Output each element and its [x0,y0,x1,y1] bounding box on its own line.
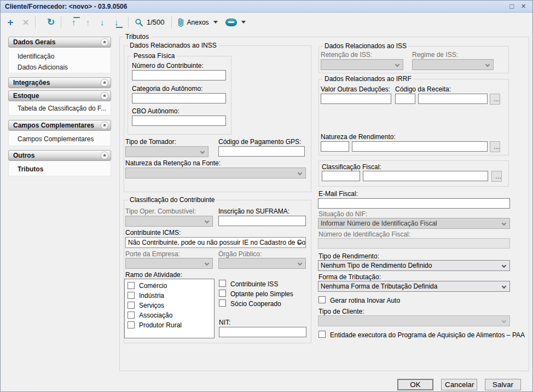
orgao-publico-select [218,258,306,269]
sidebar-section-outros[interactable]: Outros « [8,150,111,161]
checkbox-socio-cooperado[interactable] [219,299,226,307]
retencao-iss-select [321,59,403,70]
selected-value: Nenhum Tipo de Rendimento Definido [321,262,432,269]
tipo-oper-combustivel-select [125,216,213,227]
add-record-icon[interactable]: + [5,16,16,28]
classificacao-fiscal-lookup-button[interactable]: ... [491,171,502,182]
option-label: Indústria [139,292,164,299]
natureza-rendimento-label: Natureza de Rendimento: [321,134,396,141]
sidebar-item-tributos[interactable]: Tributos [9,164,111,175]
bar [73,17,80,18]
collapse-icon[interactable]: « [101,122,108,129]
chevron-down-icon [395,62,399,67]
tipo-oper-combustivel-label: Tipo Oper. Combustível: [125,208,196,215]
list-item[interactable]: Associação [127,311,214,321]
regime-iss-label: Regime de ISS: [412,51,458,59]
situacao-nif-select: Informar Número de Identificação Fiscal [318,218,510,229]
toolbar-separator [128,16,129,28]
checkbox-servicos[interactable] [128,302,135,309]
email-fiscal-input[interactable] [318,198,510,209]
nit-input[interactable] [219,327,306,337]
tipo-cliente-label: Tipo de Cliente: [318,308,364,315]
print-icon[interactable] [225,19,237,26]
sidebar-item-dados-adicionais[interactable]: Dados Adicionais [9,62,111,73]
codigo-pagamento-gps-input[interactable] [218,146,305,157]
toolbar: + × ↻ ↑ ↑ ↓ ↓ 1/500 Anexos [1,13,532,31]
natureza-retencao-fonte-label: Natureza da Retenção na Fonte: [125,160,221,167]
natureza-rendimento-lookup-button[interactable]: ... [490,141,500,152]
double-chevron-up-glyph: « [102,41,107,44]
cancel-button[interactable]: Cancelar [441,379,477,390]
collapse-icon[interactable]: « [101,152,108,159]
collapse-icon[interactable]: « [101,38,108,46]
double-chevron-up-glyph: « [102,124,107,127]
toolbar-separator [61,16,61,28]
option-label: Comércio [139,282,167,290]
chevron-down-icon[interactable] [213,21,218,24]
sidebar-section-estoque[interactable]: Estoque « [8,90,111,101]
list-item[interactable]: Indústria [127,291,214,301]
checkbox-industria[interactable] [128,292,135,299]
classificacao-fiscal-label: Classificação Fiscal: [322,164,381,171]
sidebar-section-dados-gerais[interactable]: Dados Gerais « [8,37,111,48]
close-icon[interactable]: × [521,2,526,10]
collapse-icon[interactable]: « [101,92,108,100]
codigo-receita-lookup-button[interactable]: ... [490,94,500,105]
sidebar-item-identificacao[interactable]: Identificação [9,51,111,62]
checkbox-optante-simples[interactable] [219,290,226,297]
ok-button[interactable]: OK [397,379,433,390]
classificacao-fiscal-desc-input[interactable] [363,171,488,181]
save-button[interactable]: Salvar [485,379,521,390]
classificacao-fiscal-code-input[interactable] [322,171,360,181]
chevron-down-icon[interactable] [241,21,246,24]
group-caption: Pessoa Física [132,52,176,60]
ramo-atividade-listbox[interactable]: Comércio Indústria Serviços Associação P… [124,279,215,338]
tipo-rendimento-select[interactable]: Nenhum Tipo de Rendimento Definido [318,260,510,271]
first-record-icon[interactable]: ↑ [72,17,82,28]
checkbox-entidade-paa[interactable] [318,331,326,338]
email-fiscal-label: E-Mail Fiscal: [318,191,358,198]
forma-tributacao-select[interactable]: Nenhuma Forma de Tributação Definida [318,281,510,292]
valor-outras-deducoes-input[interactable] [321,94,391,104]
list-item[interactable]: Comércio [127,281,214,291]
group-caption: Dados Relacionados ao IRRF [323,75,413,83]
search-icon[interactable] [135,18,143,27]
numero-contribuinte-input[interactable] [132,70,226,80]
sidebar-item-campos-complementares[interactable]: Campos Complementares [9,134,111,145]
next-record-icon[interactable]: ↓ [100,17,110,28]
sidebar-section-campos-complementares[interactable]: Campos Complementares « [8,120,111,131]
sidebar-section-integracoes[interactable]: Integrações « [8,77,111,88]
window-title: Cliente/Fornecedor: <novo> - 03.9.0506 [5,3,127,10]
previous-record-icon: ↑ [86,17,96,28]
inscricao-suframa-input[interactable] [218,216,306,226]
codigo-pagamento-gps-label: Código de Pagamento GPS: [218,139,301,146]
maximize-icon[interactable]: □ [509,2,514,10]
natureza-rendimento-code-input[interactable] [321,141,349,152]
sidebar-section-body: Tabela de Classificação do F... [8,101,111,116]
collapse-icon[interactable]: « [101,79,108,87]
paperclip-icon[interactable] [177,18,184,27]
section-title: Campos Complementares [13,122,94,129]
tipo-rendimento-label: Tipo de Rendimento: [318,253,379,260]
contribuinte-icms-select[interactable]: Não Contribuinte, pode ou não possuir IE… [125,237,306,248]
sidebar-item-tabela-classificacao[interactable]: Tabela de Classificação do F... [9,103,111,114]
checkbox-gerar-rotina-inovar-auto[interactable] [318,296,326,303]
last-record-icon[interactable]: ↓ [114,17,124,28]
selected-value: Nenhuma Forma de Tributação Definida [321,283,437,290]
list-item[interactable]: Produtor Rural [127,321,214,331]
natureza-rendimento-desc-input[interactable] [352,141,488,152]
checkbox-associacao[interactable] [128,312,135,319]
checkbox-comercio[interactable] [128,282,135,289]
codigo-receita-code-input[interactable] [395,94,415,104]
checkbox-produtor-rural[interactable] [128,321,135,328]
group-caption: Classificação do Contribuinte [128,196,216,204]
toolbar-separator [171,16,172,28]
list-item[interactable]: Serviços [127,301,214,311]
attachments-button[interactable]: Anexos [187,19,209,26]
regime-iss-select [412,59,494,70]
refresh-icon[interactable]: ↻ [45,16,57,28]
cbo-autonomo-input[interactable] [132,116,226,126]
categoria-autonomo-input[interactable] [132,93,226,103]
checkbox-contribuinte-iss[interactable] [219,280,226,287]
codigo-receita-desc-input[interactable] [418,94,488,104]
